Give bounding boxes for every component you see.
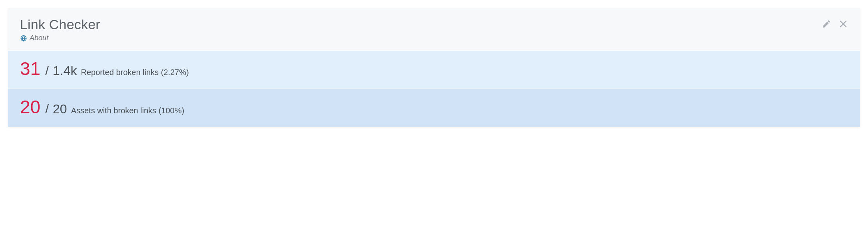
widget-title-block: Link Checker About (20, 17, 100, 42)
link-checker-widget: Link Checker About 31 / 1.4k Repor (8, 8, 860, 127)
widget-title: Link Checker (20, 17, 100, 32)
stat-separator: / (45, 63, 49, 78)
edit-icon[interactable] (822, 19, 831, 29)
globe-icon (20, 35, 27, 42)
stat-count: 20 (20, 98, 40, 116)
close-icon[interactable] (838, 19, 848, 29)
header-actions (822, 19, 848, 29)
stat-total: 20 (53, 102, 67, 116)
about-label: About (30, 34, 48, 42)
about-link[interactable]: About (20, 34, 100, 42)
widget-header: Link Checker About (8, 8, 860, 50)
stat-count: 31 (20, 59, 40, 78)
stat-row-broken-links[interactable]: 31 / 1.4k Reported broken links (2.27%) (8, 50, 860, 89)
stat-label: Reported broken links (2.27%) (81, 68, 189, 77)
stat-row-assets[interactable]: 20 / 20 Assets with broken links (100%) (8, 89, 860, 127)
stat-total: 1.4k (53, 63, 77, 78)
stat-label: Assets with broken links (100%) (71, 106, 184, 115)
stat-separator: / (45, 102, 49, 116)
